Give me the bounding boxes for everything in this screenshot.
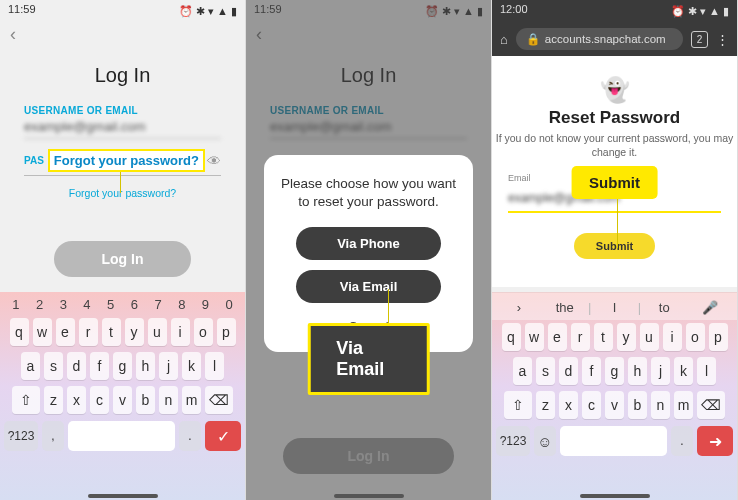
lock-icon: 🔒: [526, 32, 540, 46]
menu-icon[interactable]: ⋮: [716, 32, 729, 47]
status-bar: 11:59 ⏰ ✱ ▾ ▲ ▮: [0, 0, 245, 22]
via-phone-button[interactable]: Via Phone: [296, 227, 441, 260]
screen-browser-reset: 12:00 ⏰ ✱ ▾ ▲ ▮ ⌂ 🔒 accounts.snapchat.co…: [492, 0, 738, 500]
suggestion-row[interactable]: › the| I| to 🎤: [492, 292, 737, 320]
annotation-line: [617, 194, 618, 248]
snapchat-logo-icon: 👻: [492, 76, 737, 104]
shift-key: ⇧: [504, 391, 532, 419]
key-row-bottom[interactable]: ?123 ☺ . ➜: [492, 422, 737, 460]
key-row-2[interactable]: asdfghjkl: [492, 354, 737, 388]
via-email-button[interactable]: Via Email: [296, 270, 441, 303]
key-row-3[interactable]: ⇧zxcvbnm⌫: [0, 383, 245, 417]
status-icons: ⏰ ✱ ▾ ▲ ▮: [179, 3, 237, 19]
status-bar: 12:00 ⏰ ✱ ▾ ▲ ▮: [492, 0, 737, 22]
page-subtitle: If you do not know your current password…: [492, 132, 737, 159]
key-row-bottom[interactable]: ?123 , . ✓: [0, 417, 245, 455]
suggestion[interactable]: to: [641, 300, 687, 315]
username-input[interactable]: example@gmail.com: [24, 116, 221, 139]
enter-key[interactable]: ✓: [205, 421, 241, 451]
clock: 11:59: [8, 3, 36, 19]
home-indicator[interactable]: [334, 494, 404, 498]
status-icons: ⏰ ✱ ▾ ▲ ▮: [671, 3, 729, 19]
home-indicator[interactable]: [580, 494, 650, 498]
period-key[interactable]: .: [671, 426, 693, 456]
submit-button[interactable]: Submit: [574, 233, 655, 259]
url-bar[interactable]: 🔒 accounts.snapchat.com: [516, 28, 683, 50]
backspace-key: ⌫: [697, 391, 725, 419]
screen-reset-modal: 11:59⏰ ✱ ▾ ▲ ▮ ‹ Log In USERNAME OR EMAI…: [246, 0, 492, 500]
back-icon[interactable]: ‹: [10, 24, 16, 45]
username-label: USERNAME OR EMAIL: [24, 105, 221, 116]
login-button[interactable]: Log In: [54, 241, 192, 277]
space-key[interactable]: [560, 426, 667, 456]
expand-icon[interactable]: ›: [496, 300, 542, 315]
suggestion[interactable]: I: [592, 300, 638, 315]
modal-message: Please choose how you want to reset your…: [278, 175, 459, 211]
home-indicator[interactable]: [88, 494, 158, 498]
key-row-1[interactable]: qwertyuiop: [0, 315, 245, 349]
page-title: Reset Password: [492, 108, 737, 128]
key-row-2[interactable]: asdfghjkl: [0, 349, 245, 383]
mic-icon[interactable]: 🎤: [687, 300, 733, 315]
browser-toolbar: ⌂ 🔒 accounts.snapchat.com 2 ⋮: [492, 22, 737, 56]
clock: 12:00: [500, 3, 528, 19]
period-key[interactable]: .: [179, 421, 201, 451]
symbols-key[interactable]: ?123: [496, 426, 530, 456]
tabs-button[interactable]: 2: [691, 31, 708, 48]
header: ‹: [0, 22, 245, 46]
number-row[interactable]: 1234567890: [0, 292, 245, 315]
password-row[interactable]: PAS Forgot your password? 👁: [24, 149, 221, 176]
key-row-1[interactable]: qwertyuiop: [492, 320, 737, 354]
comma-key[interactable]: ,: [42, 421, 64, 451]
password-label: PAS: [24, 155, 44, 166]
key-row-3[interactable]: ⇧zxcvbnm⌫: [492, 388, 737, 422]
submit-callout: Submit: [571, 166, 658, 199]
suggestion[interactable]: the: [542, 300, 588, 315]
space-key[interactable]: [68, 421, 175, 451]
shift-key: ⇧: [12, 386, 40, 414]
keyboard[interactable]: › the| I| to 🎤 qwertyuiop asdfghjkl ⇧zxc…: [492, 292, 737, 500]
keyboard[interactable]: 1234567890 qwertyuiop asdfghjkl ⇧zxcvbnm…: [0, 292, 245, 500]
login-form: Log In USERNAME OR EMAIL example@gmail.c…: [0, 46, 245, 293]
via-email-callout: Via Email: [307, 323, 430, 395]
enter-key[interactable]: ➜: [697, 426, 733, 456]
url-text: accounts.snapchat.com: [545, 33, 666, 45]
forgot-password-link[interactable]: Forgot your password?: [24, 187, 221, 199]
forgot-password-callout: Forgot your password?: [48, 149, 205, 172]
backspace-key: ⌫: [205, 386, 233, 414]
visibility-icon[interactable]: 👁: [207, 153, 221, 169]
screen-login: 11:59 ⏰ ✱ ▾ ▲ ▮ ‹ Log In USERNAME OR EMA…: [0, 0, 246, 500]
emoji-key[interactable]: ☺: [534, 426, 556, 456]
symbols-key[interactable]: ?123: [4, 421, 38, 451]
home-icon[interactable]: ⌂: [500, 32, 508, 47]
page-title: Log In: [24, 64, 221, 87]
